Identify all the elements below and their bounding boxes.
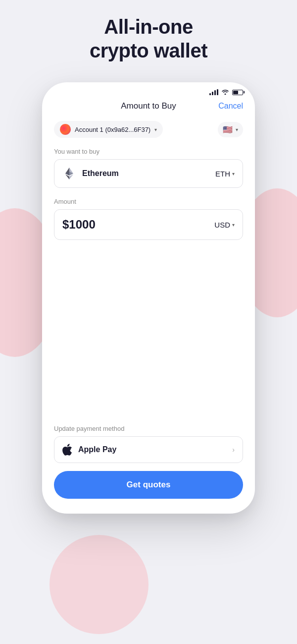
account-label: Account 1 (0x9a62...6F37) bbox=[75, 126, 150, 133]
currency-chevron-down-icon: ▾ bbox=[232, 222, 235, 228]
account-row: Account 1 (0x9a62...6F37) ▾ 🇺🇸 ▾ bbox=[54, 121, 243, 138]
page-wrapper: All-in-one crypto wallet bbox=[0, 0, 297, 514]
apple-logo-icon bbox=[62, 444, 72, 456]
signal-bar-2 bbox=[212, 92, 213, 95]
currency-label: USD bbox=[214, 221, 230, 229]
amount-section-label: Amount bbox=[54, 198, 243, 205]
battery-fill bbox=[233, 91, 238, 94]
cancel-button[interactable]: Cancel bbox=[218, 102, 243, 111]
payment-method-row[interactable]: Apple Pay › bbox=[54, 436, 243, 463]
crypto-ticker: ETH bbox=[215, 170, 230, 178]
phone-content: Amount to Buy Cancel Account 1 (0x9a62..… bbox=[42, 96, 255, 514]
wifi-icon bbox=[221, 88, 229, 96]
title-line1: All-in-one bbox=[104, 16, 193, 38]
signal-bar-4 bbox=[217, 89, 218, 95]
amount-input-container[interactable]: $1000 USD ▾ bbox=[54, 209, 243, 240]
account-avatar-icon bbox=[60, 124, 71, 135]
signal-bar-3 bbox=[214, 90, 216, 95]
account-chevron-down-icon: ▾ bbox=[154, 127, 157, 132]
page-title: All-in-one crypto wallet bbox=[90, 15, 207, 62]
crypto-selector[interactable]: Ethereum ETH ▾ bbox=[54, 159, 243, 188]
spacer bbox=[54, 252, 243, 425]
get-quotes-button[interactable]: Get quotes bbox=[54, 471, 243, 499]
flag-chevron-down-icon: ▾ bbox=[236, 127, 238, 132]
crypto-name: Ethereum bbox=[82, 169, 215, 178]
crypto-chevron-down-icon: ▾ bbox=[232, 171, 235, 176]
flag-icon: 🇺🇸 bbox=[223, 125, 233, 134]
signal-bars-icon bbox=[209, 89, 218, 95]
signal-bar-1 bbox=[209, 93, 211, 95]
payment-label: Update payment method bbox=[54, 425, 243, 432]
battery-icon bbox=[232, 90, 243, 95]
screen-title: Amount to Buy bbox=[121, 101, 176, 111]
flag-selector[interactable]: 🇺🇸 ▾ bbox=[218, 122, 243, 137]
title-line2: crypto wallet bbox=[90, 40, 207, 61]
account-selector[interactable]: Account 1 (0x9a62...6F37) ▾ bbox=[54, 121, 163, 138]
ethereum-icon bbox=[62, 167, 76, 180]
currency-selector[interactable]: USD ▾ bbox=[214, 221, 235, 229]
header-row: Amount to Buy Cancel bbox=[54, 101, 243, 111]
crypto-section-label: You want to buy bbox=[54, 148, 243, 155]
bg-blob-bottom bbox=[50, 535, 148, 634]
amount-value: $1000 bbox=[62, 218, 214, 232]
payment-section: Update payment method Apple Pay › Get qu… bbox=[54, 425, 243, 499]
status-bar bbox=[42, 82, 255, 96]
phone-frame: Amount to Buy Cancel Account 1 (0x9a62..… bbox=[42, 82, 255, 514]
payment-name: Apple Pay bbox=[78, 445, 232, 454]
payment-chevron-right-icon: › bbox=[232, 446, 235, 454]
